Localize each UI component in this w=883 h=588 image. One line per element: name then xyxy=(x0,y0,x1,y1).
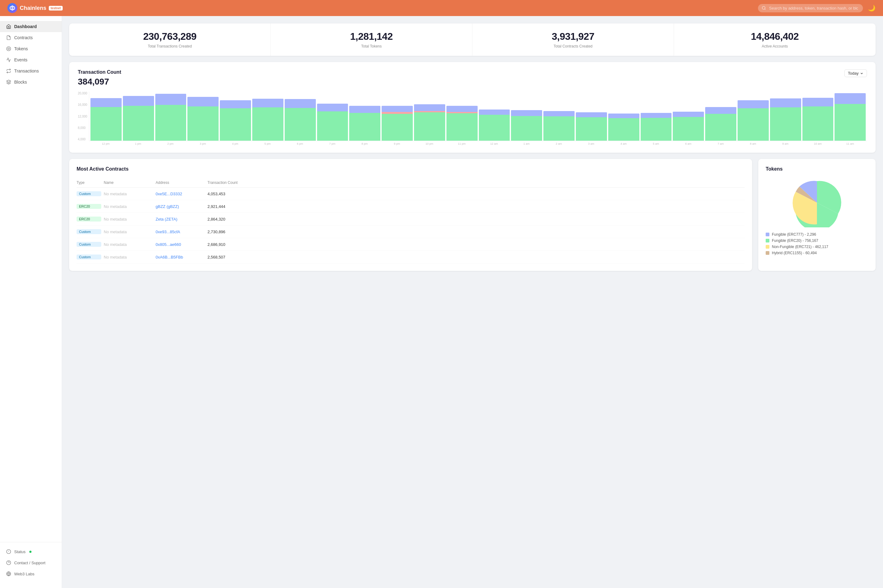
sidebar-item-status[interactable]: Status xyxy=(0,546,62,557)
x-label-12: 12 am xyxy=(478,142,510,145)
chart-title: Transaction Count xyxy=(78,69,121,75)
bar-top-14 xyxy=(543,111,575,116)
stat-label-tokens: Total Tokens xyxy=(280,44,463,48)
sidebar-item-events[interactable]: Events xyxy=(0,54,62,65)
x-label-2: 2 pm xyxy=(155,142,186,145)
x-label-20: 8 am xyxy=(737,142,769,145)
bar-top-8 xyxy=(349,106,381,113)
stat-value-accounts: 14,846,402 xyxy=(683,31,867,42)
x-label-21: 9 am xyxy=(770,142,801,145)
sidebar-item-transactions[interactable]: Transactions xyxy=(0,65,62,76)
y-label-3: 16,000 xyxy=(78,103,88,106)
bar-top-20 xyxy=(737,100,769,108)
bar-top-16 xyxy=(608,114,639,118)
col-txcount: Transaction Count xyxy=(208,180,745,185)
bar-group-13 xyxy=(511,110,542,141)
tokens-legend: Fungible (ERC777) - 2,296Fungible (ERC20… xyxy=(766,232,868,255)
row-address-2[interactable]: Zeta (ZETA) xyxy=(156,217,205,222)
sidebar-item-dashboard[interactable]: Dashboard xyxy=(0,21,62,32)
x-label-11: 11 pm xyxy=(446,142,477,145)
blocks-label: Blocks xyxy=(14,80,27,84)
row-address-1[interactable]: gBZZ (gBZZ) xyxy=(156,204,205,209)
y-label-2: 12,000 xyxy=(78,115,88,118)
bar-bottom-6 xyxy=(285,108,316,141)
bar-bottom-11 xyxy=(447,113,478,141)
badge-type-3: Custom xyxy=(77,229,101,234)
row-txcount-1: 2,921,444 xyxy=(208,204,745,209)
x-label-3: 3 pm xyxy=(187,142,218,145)
row-name-1: No metadata xyxy=(104,204,153,209)
bar-top-11 xyxy=(447,106,478,112)
x-label-17: 5 am xyxy=(640,142,671,145)
bar-group-23 xyxy=(835,93,866,141)
bar-bottom-23 xyxy=(835,104,866,141)
x-label-13: 1 am xyxy=(511,142,542,145)
x-label-18: 6 am xyxy=(673,142,704,145)
bar-group-3 xyxy=(187,97,218,141)
bar-group-10 xyxy=(414,104,445,141)
bottom-row: Most Active Contracts Type Name Address … xyxy=(69,159,875,271)
table-row-4: CustomNo metadata0x805...ae6602,686,910 xyxy=(77,238,745,251)
bar-bottom-12 xyxy=(479,115,510,141)
transactions-icon xyxy=(6,69,11,74)
col-type: Type xyxy=(77,180,101,185)
svg-point-6 xyxy=(8,48,9,50)
bar-group-4 xyxy=(220,100,251,141)
pie-chart-container xyxy=(766,178,868,227)
table-row-0: CustomNo metadata0xe5E...D33324,053,453 xyxy=(77,188,745,200)
bar-bottom-22 xyxy=(802,106,833,141)
sidebar-item-contact-support[interactable]: Contact / Support xyxy=(0,557,62,568)
bar-top-21 xyxy=(770,98,801,107)
chevron-down-icon xyxy=(860,72,863,75)
row-address-3[interactable]: 0xe93...85cfA xyxy=(156,230,205,234)
contact-label: Contact / Support xyxy=(14,561,45,565)
row-txcount-3: 2,730,896 xyxy=(208,230,745,234)
stat-total-transactions: 230,763,289 Total Transactions Created xyxy=(69,24,271,56)
sidebar-item-tokens[interactable]: Tokens xyxy=(0,43,62,54)
row-address-4[interactable]: 0x805...ae660 xyxy=(156,242,205,247)
bars-container xyxy=(89,92,867,141)
chart-title-group: Transaction Count 384,097 xyxy=(78,69,121,87)
svg-line-4 xyxy=(765,9,766,10)
bar-bottom-9 xyxy=(382,114,413,141)
sidebar-item-contracts[interactable]: Contracts xyxy=(0,32,62,43)
bar-top-19 xyxy=(705,107,736,114)
bar-top-9 xyxy=(382,106,413,112)
y-axis: 4,000 8,000 12,000 16,000 20,000 xyxy=(78,92,89,141)
sidebar-item-blocks[interactable]: Blocks xyxy=(0,76,62,88)
row-txcount-0: 4,053,453 xyxy=(208,192,745,196)
status-icon xyxy=(6,549,11,554)
bar-bottom-17 xyxy=(641,118,672,141)
legend-item-1: Fungible (ERC20) - 756,167 xyxy=(766,238,868,243)
transactions-label: Transactions xyxy=(14,69,39,74)
search-input[interactable] xyxy=(758,4,863,12)
badge-type-4: Custom xyxy=(77,242,101,247)
bar-top-17 xyxy=(641,113,672,118)
stat-value-contracts: 3,931,927 xyxy=(481,31,665,42)
period-selector[interactable]: Today xyxy=(844,69,867,77)
bar-top-18 xyxy=(673,112,704,117)
bar-bottom-19 xyxy=(705,114,736,141)
bar-group-6 xyxy=(285,99,316,141)
sidebar-item-web3labs[interactable]: Web3 Labs xyxy=(0,568,62,579)
row-address-5[interactable]: 0xA6B...B5FBb xyxy=(156,255,205,260)
x-label-9: 9 pm xyxy=(381,142,412,145)
x-label-23: 11 am xyxy=(835,142,866,145)
bar-group-15 xyxy=(576,112,607,141)
search-container xyxy=(758,4,863,12)
x-label-8: 8 pm xyxy=(349,142,381,145)
badge-type-2: ERC20 xyxy=(77,217,101,222)
bar-chart: 4,000 8,000 12,000 16,000 20,000 12 pm1 … xyxy=(78,92,867,145)
bar-top-15 xyxy=(576,112,607,117)
bar-top-0 xyxy=(90,98,122,107)
row-address-0[interactable]: 0xe5E...D3332 xyxy=(156,192,205,196)
status-label: Status xyxy=(14,549,26,554)
bar-bottom-14 xyxy=(543,116,575,141)
bar-group-7 xyxy=(317,104,348,141)
table-row-1: ERC20No metadatagBZZ (gBZZ)2,921,444 xyxy=(77,200,745,213)
main-content: 230,763,289 Total Transactions Created 1… xyxy=(62,16,883,588)
theme-toggle-icon[interactable]: 🌙 xyxy=(868,4,875,12)
contracts-icon xyxy=(6,35,11,40)
legend-label-2: Non-Fungible (ERC721) - 462,117 xyxy=(772,244,828,249)
x-label-5: 5 pm xyxy=(252,142,283,145)
